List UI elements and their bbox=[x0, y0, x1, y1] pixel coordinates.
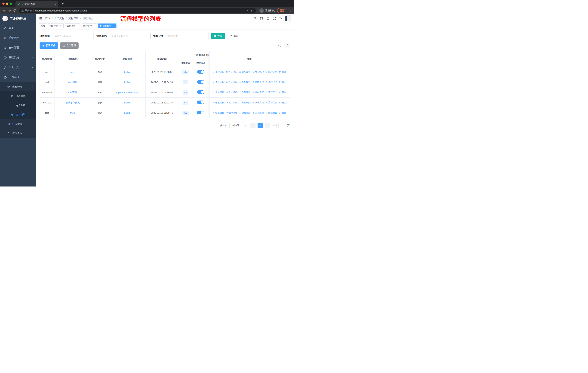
refresh-table-button[interactable] bbox=[284, 43, 290, 48]
sidebar-item-infrastructure[interactable]: 基础设施 bbox=[0, 53, 36, 62]
publish-process-link[interactable]: 发布流程 bbox=[252, 111, 264, 114]
process-id-input[interactable] bbox=[52, 33, 94, 39]
form-info-link[interactable]: biubiu bbox=[124, 101, 130, 104]
edit-process-link[interactable]: 修改流程 bbox=[212, 101, 224, 104]
search-icon[interactable] bbox=[253, 17, 257, 20]
reset-button[interactable]: 重置 bbox=[227, 33, 241, 39]
address-bar[interactable]: 不安全 dashboard.yudao.iocoder.cn/bpm/manag… bbox=[19, 8, 256, 13]
version-badge[interactable]: v4 bbox=[183, 101, 188, 105]
process-definition-link[interactable]: 流程定义 bbox=[265, 91, 277, 94]
process-name-input[interactable] bbox=[109, 33, 151, 39]
browser-update-button[interactable]: 更新 bbox=[277, 8, 287, 13]
active-toggle[interactable] bbox=[197, 111, 204, 114]
reload-button[interactable] bbox=[12, 8, 17, 13]
assign-rule-link[interactable]: 分配规则 bbox=[239, 111, 251, 114]
version-badge[interactable]: v21 bbox=[182, 111, 189, 115]
breadcrumb-item[interactable]: 首页 bbox=[45, 17, 50, 20]
publish-process-link[interactable]: 发布流程 bbox=[252, 71, 264, 74]
help-icon[interactable] bbox=[266, 17, 270, 20]
delete-process-link[interactable]: 删除 bbox=[279, 71, 286, 74]
goto-page-input[interactable] bbox=[278, 123, 286, 128]
incognito-chip[interactable]: 无痕模式 bbox=[259, 8, 275, 13]
process-name-link[interactable]: 测试多审批人 bbox=[66, 101, 80, 104]
assign-rule-link[interactable]: 分配规则 bbox=[239, 81, 251, 84]
edit-process-link[interactable]: 修改流程 bbox=[212, 81, 224, 84]
tab-close-icon[interactable] bbox=[54, 3, 57, 6]
tag-close-icon[interactable] bbox=[113, 25, 115, 27]
design-process-link[interactable]: 设计流程 bbox=[226, 101, 237, 104]
github-icon[interactable] bbox=[260, 17, 263, 20]
tag-tenant-mgmt[interactable]: 租户管理 bbox=[48, 23, 64, 28]
version-badge[interactable]: v5 bbox=[183, 91, 188, 94]
form-info-link[interactable]: biubiu bbox=[124, 81, 130, 84]
edit-process-link[interactable]: 修改流程 bbox=[212, 91, 224, 94]
process-name-link[interactable]: OA 请假 bbox=[68, 91, 77, 94]
form-info-link[interactable]: biubiu bbox=[124, 71, 130, 73]
assign-rule-link[interactable]: 分配规则 bbox=[239, 101, 251, 104]
window-minimize-button[interactable] bbox=[6, 2, 8, 5]
tag-close-icon[interactable] bbox=[76, 25, 79, 27]
assign-rule-link[interactable]: 分配规则 bbox=[239, 91, 251, 94]
tag-close-icon[interactable] bbox=[93, 25, 95, 27]
tag-home[interactable]: 首页 bbox=[39, 23, 47, 28]
create-process-button[interactable]: 新建流程 bbox=[40, 42, 58, 49]
process-name-link[interactable]: 滔博 bbox=[70, 111, 75, 114]
delete-process-link[interactable]: 删除 bbox=[279, 111, 286, 114]
forward-button[interactable] bbox=[7, 8, 12, 13]
browser-tab[interactable]: 芋道管理系统 bbox=[15, 1, 58, 7]
sidebar-item-process-form[interactable]: 流程表单 bbox=[0, 91, 36, 101]
breadcrumb-item[interactable]: 流程管理 bbox=[68, 17, 79, 20]
delete-process-link[interactable]: 删除 bbox=[279, 91, 286, 94]
import-process-button[interactable]: 导入流程 bbox=[60, 42, 79, 49]
window-zoom-button[interactable] bbox=[10, 2, 12, 5]
version-badge[interactable]: v2 bbox=[183, 80, 188, 84]
active-toggle[interactable] bbox=[197, 70, 204, 74]
sidebar-item-user-group[interactable]: 用户分组 bbox=[0, 101, 36, 110]
current-page-button[interactable]: 1 bbox=[258, 123, 263, 128]
process-definition-link[interactable]: 流程定义 bbox=[265, 111, 277, 114]
password-key-icon[interactable] bbox=[246, 9, 249, 12]
process-name-link[interactable]: 自己审批 bbox=[68, 81, 77, 84]
next-page-button[interactable] bbox=[265, 123, 270, 128]
assign-rule-link[interactable]: 分配规则 bbox=[239, 71, 251, 74]
sidebar-item-devtools[interactable]: 研发工具 bbox=[0, 62, 36, 72]
tag-process-form[interactable]: 流程表单 bbox=[82, 23, 97, 28]
sidebar-item-process-model[interactable]: 流程模型 bbox=[0, 110, 36, 119]
process-definition-link[interactable]: 流程定义 bbox=[265, 71, 277, 74]
sidebar-toggle-icon[interactable] bbox=[39, 17, 42, 20]
sidebar-logo[interactable]: 芋道管理系统 bbox=[0, 14, 36, 23]
sidebar-item-process-mgmt[interactable]: 流程管理 bbox=[0, 82, 36, 91]
process-name-link[interactable]: eeee bbox=[70, 71, 75, 73]
form-info-link[interactable]: /bpm/oa/leave/create bbox=[116, 91, 138, 94]
design-process-link[interactable]: 设计流程 bbox=[226, 71, 237, 74]
sidebar-item-leave-query[interactable]: 请假查询 bbox=[0, 129, 36, 138]
process-definition-link[interactable]: 流程定义 bbox=[265, 101, 277, 104]
page-size-select[interactable]: 10条/页 bbox=[230, 123, 248, 128]
prev-page-button[interactable] bbox=[250, 123, 256, 128]
back-button[interactable] bbox=[2, 8, 7, 13]
user-avatar[interactable] bbox=[285, 15, 291, 21]
sidebar-item-system[interactable]: 系统管理 bbox=[0, 33, 36, 43]
process-definition-link[interactable]: 流程定义 bbox=[265, 81, 277, 84]
sidebar-item-home[interactable]: 首页 bbox=[0, 23, 36, 33]
tag-process-model[interactable]: 流程模型 bbox=[98, 23, 116, 28]
font-size-icon[interactable]: TT bbox=[279, 17, 282, 20]
bookmark-star-icon[interactable] bbox=[251, 9, 254, 12]
edit-process-link[interactable]: 修改流程 bbox=[212, 71, 224, 74]
window-close-button[interactable] bbox=[2, 2, 5, 5]
publish-process-link[interactable]: 发布流程 bbox=[252, 81, 264, 84]
category-select[interactable]: 流程分类 bbox=[166, 33, 209, 39]
tag-close-icon[interactable] bbox=[60, 25, 62, 27]
delete-process-link[interactable]: 删除 bbox=[279, 81, 286, 84]
breadcrumb-item[interactable]: 工作流程 bbox=[54, 17, 64, 20]
search-button[interactable]: 搜索 bbox=[211, 33, 225, 39]
form-info-link[interactable]: biubiu bbox=[124, 111, 130, 114]
security-chip[interactable]: 不安全 bbox=[21, 9, 32, 12]
active-toggle[interactable] bbox=[197, 90, 204, 94]
tag-my-process[interactable]: 我的流程 bbox=[65, 23, 80, 28]
publish-process-link[interactable]: 发布流程 bbox=[252, 101, 264, 104]
toggle-search-button[interactable] bbox=[277, 43, 282, 48]
design-process-link[interactable]: 设计流程 bbox=[226, 81, 237, 84]
sidebar-item-workflow[interactable]: 工作流程 bbox=[0, 72, 36, 82]
active-toggle[interactable] bbox=[197, 80, 204, 84]
